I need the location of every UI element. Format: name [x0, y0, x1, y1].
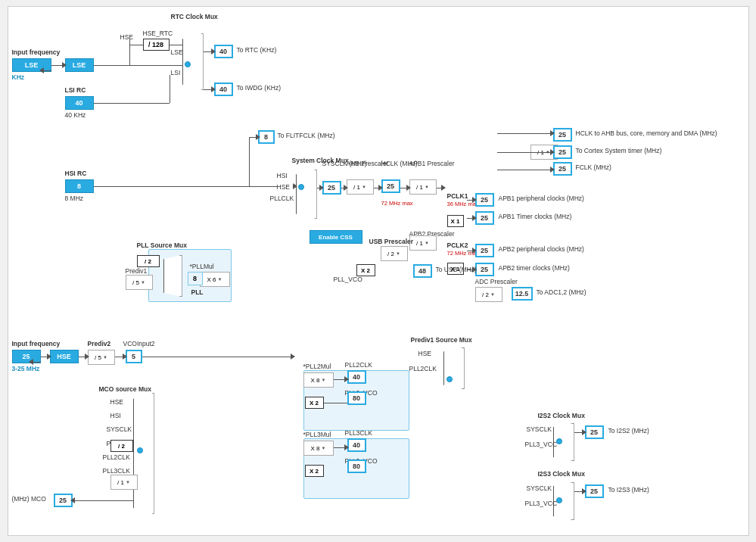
arrow-hse-prediv2	[85, 354, 89, 360]
pll-div2-block: / 2	[137, 255, 160, 267]
prediv1-div5-select[interactable]: / 5	[126, 275, 153, 290]
pll3-x2-block: X 2	[305, 465, 324, 477]
arrow-sysclk-ahb	[344, 185, 348, 191]
lsi-khz-label: 40 KHz	[65, 111, 86, 119]
pll3clk-label: PLL3CLK	[345, 429, 372, 437]
arrow-cortex-out	[550, 149, 555, 155]
usb-val-block: 48	[413, 264, 432, 278]
prediv2-div5-select[interactable]: / 5	[88, 350, 115, 365]
to-iwdg-label: To IWDG (KHz)	[237, 84, 282, 92]
prediv1-src-mux-label: Prediv1 Source Mux	[411, 336, 472, 344]
hse-rtc-path-label: HSE_RTC	[143, 30, 173, 37]
arrow-input-hse-bottom	[47, 354, 51, 360]
prediv2-label: Prediv2	[88, 340, 111, 347]
arrow-pll3mul-pll3clk	[344, 444, 349, 450]
hse-rtc-label: HSE	[120, 33, 133, 41]
arrow-i2s2-out	[582, 429, 586, 435]
arrow-apb2-pclk-out	[472, 248, 477, 254]
i2s2-mux-selected-dot	[556, 438, 562, 444]
arrow-mco-out	[70, 497, 75, 503]
input-freq-top-label: Input frequency	[12, 48, 61, 56]
pll-vco-label: PLL_VCO	[334, 276, 362, 283]
usb-div2-select[interactable]: / 2	[381, 246, 408, 261]
apb2-timer-label: APB2 timer clocks (MHz)	[499, 264, 570, 272]
mco-label: (MHz) MCO	[12, 495, 46, 503]
cortex-timer-label: To Cortex System timer (MHz)	[576, 147, 662, 154]
usb-prescaler-label: USB Prescaler	[369, 238, 414, 245]
vco-input2-val-block: 5	[126, 350, 142, 363]
i2s3-val-block: 25	[585, 484, 604, 498]
conn-mco-out	[75, 500, 133, 501]
adc-div2-select[interactable]: / 2	[475, 287, 502, 302]
adc-label: To ADC1,2 (MHz)	[537, 288, 586, 296]
mco-hse-label: HSE	[110, 398, 123, 406]
i2s2-sysclk-label: SYSCLK	[527, 425, 552, 433]
clock-diagram: Input frequency LSE KHz LSE LSI RC 40 40…	[8, 6, 749, 536]
hclk-ahb-block: 25	[553, 128, 572, 142]
pll2mul-x8-select[interactable]: X 8	[303, 372, 334, 388]
prediv1-src-mux-selected-dot	[446, 376, 453, 382]
arrow-flitfclk	[256, 134, 260, 140]
conn-lse-back	[44, 70, 51, 71]
rtc-mux-selected-dot	[185, 61, 191, 67]
conn-hse-back-bottom	[33, 362, 41, 363]
rtc-mux-label: RTC Clock Mux	[171, 13, 218, 20]
arrow-input-lse	[62, 62, 67, 68]
arrow-pll2mul-pll2clk	[344, 376, 349, 382]
arrow-i2s3-out	[582, 488, 586, 494]
vco-input2-label: VCOInput2	[123, 340, 155, 347]
conn-cortex-out	[497, 152, 553, 153]
to-i2s2-label: To I2S2 (MHz)	[608, 427, 649, 435]
apb1-pclk-block: 25	[475, 193, 494, 207]
pll-label: PLL	[191, 288, 204, 296]
apb1-div1-select[interactable]: / 1	[409, 179, 437, 195]
hclk-max-label: 72 MHz max	[381, 200, 413, 207]
conn-fclk-out	[497, 170, 553, 170]
sys-mux-selected-dot	[298, 184, 304, 190]
arrow-hse-back-bottom	[29, 359, 33, 365]
mco-hsi-label: HSI	[110, 412, 121, 419]
pll-x6-select[interactable]: X 6	[200, 272, 230, 287]
conn-pll2-x2-vco	[324, 403, 347, 403]
ahb-div1-select[interactable]: / 1	[347, 179, 374, 195]
mco-mux-shape	[133, 393, 154, 514]
apb1-timer-block: 25	[475, 211, 494, 225]
mco-div1-select[interactable]: / 1	[110, 475, 138, 490]
enable-css-button[interactable]: Enable CSS	[310, 230, 362, 244]
adc-prescaler-label: ADC Prescaler	[475, 278, 518, 285]
mco-mux-selected-dot	[137, 447, 143, 453]
hsi-rc-label: HSI RC	[65, 170, 87, 177]
prediv1-src-pll2clk: PLL2CLK	[409, 365, 437, 372]
i2s2-mux-label: I2S2 Clock Mux	[538, 412, 585, 419]
pll2clk-val-block: 40	[347, 370, 366, 384]
mco-pll2clk-label: PLL2CLK	[103, 453, 130, 461]
arrow-hclk-apb1	[406, 185, 411, 191]
to-i2s3-label: To I2S3 (MHz)	[608, 486, 649, 494]
hse-div128-block: / 128	[143, 39, 170, 51]
adc-val-block: 12.5	[512, 287, 533, 301]
apb1-timer-label: APB1 Timer clocks (MHz)	[499, 213, 572, 220]
apb2-pclk-block: 25	[475, 244, 494, 257]
pll2clk-label: PLL2CLK	[345, 361, 372, 369]
to-flitfclk-label: To FLITFCLK (MHz)	[278, 132, 335, 139]
i2s3-mux-label: I2S3 Clock Mux	[538, 470, 585, 478]
sysclk-val-block: 25	[322, 181, 341, 195]
apb2-timer-block: 25	[475, 263, 494, 276]
pll-mul-label: *PLLMul	[190, 263, 214, 270]
pll3mul-x8-select[interactable]: X 8	[303, 441, 334, 456]
prediv1-src-hse: HSE	[418, 350, 431, 357]
arrow-prediv2-vcoinput	[123, 354, 127, 360]
conn-lsi-rtcmux	[94, 103, 170, 104]
hse-bottom-block: HSE	[50, 350, 79, 363]
i2s2-pll3vco-label: PLL3_VCC	[525, 441, 558, 448]
arrow-apb1-out	[441, 185, 446, 191]
fclk-block: 25	[553, 162, 572, 176]
prediv1-val-block: 8	[188, 272, 203, 285]
input-freq-bottom-range: 3-25 MHz	[12, 365, 40, 372]
mco-sysclk-label: SYSCLK	[107, 425, 132, 433]
conn-vcoinput-pll2	[142, 357, 294, 357]
arrow-apb1-pclk-out	[472, 197, 477, 203]
input-freq-top-unit: KHz	[12, 73, 25, 81]
lse-rtc-line-label: LSE	[171, 48, 183, 56]
arrow-rtcmux-iwdg	[211, 86, 216, 92]
